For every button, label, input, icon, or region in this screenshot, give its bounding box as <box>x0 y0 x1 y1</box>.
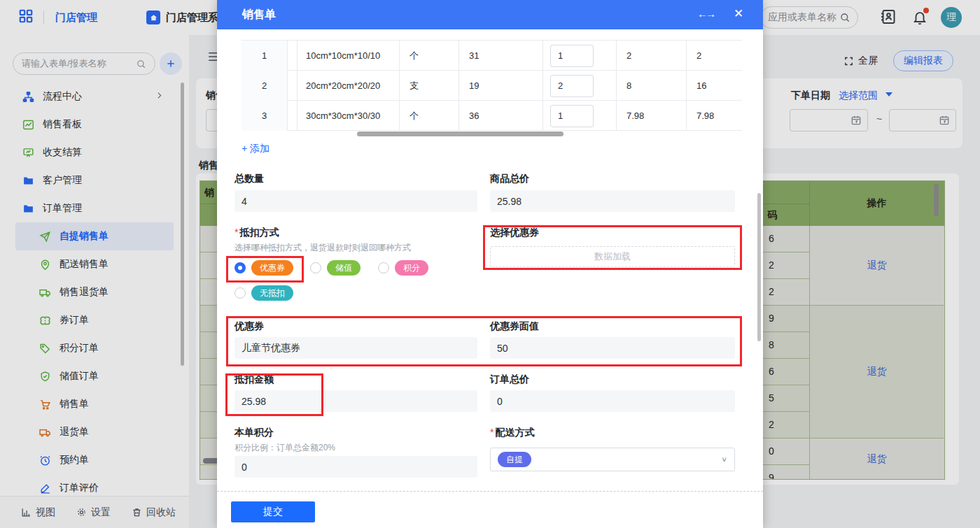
cell-unit: 个 <box>399 101 458 131</box>
cell-qty: 2 <box>542 71 616 101</box>
product-table-horizontal-scrollbar[interactable] <box>357 131 564 136</box>
cell-price: 8 <box>616 71 686 101</box>
expand-modal-icon[interactable]: ←→ <box>697 8 714 20</box>
radio-option-stored-value[interactable]: 储值 <box>310 260 360 276</box>
order-points-help: 积分比例：订单总金额20% <box>234 442 335 454</box>
cell-price: 2 <box>616 41 686 71</box>
cell-amount: 2 <box>686 41 742 71</box>
table-row: 2 20cm*20cm*20/20 支 19 2 8 16 <box>241 71 742 101</box>
choose-coupon-picker[interactable]: 数据加载 <box>490 246 735 267</box>
cell-gap <box>287 71 297 101</box>
coupon-value-label: 优惠券面值 <box>490 320 735 333</box>
deduct-amount-field: 25.98 <box>234 390 477 412</box>
quantity-input[interactable]: 2 <box>550 75 594 97</box>
add-row-link[interactable]: + 添加 <box>241 143 270 155</box>
cell-unit: 个 <box>399 41 458 71</box>
radio-icon[interactable] <box>234 287 246 299</box>
modal-header: 销售单 ←→ ✕ <box>217 0 763 29</box>
cell-stock: 19 <box>458 71 542 101</box>
cell-gap <box>287 41 297 71</box>
order-points-field: 0 <box>234 456 477 478</box>
quantity-input[interactable]: 1 <box>550 105 594 127</box>
table-row: 3 30cm*30cm*30/30 个 36 1 7.98 7.98 <box>241 101 742 131</box>
cell-gap <box>287 101 297 131</box>
cell-amount: 16 <box>686 71 742 101</box>
cell-unit: 支 <box>399 71 458 101</box>
pickup-pill: 自提 <box>498 452 531 467</box>
radio-icon[interactable] <box>378 262 389 273</box>
total-qty-field: 4 <box>234 190 477 212</box>
deduct-amount-label: 抵扣金额 <box>234 373 477 386</box>
cell-index: 2 <box>241 71 287 101</box>
modal-vertical-scrollbar[interactable] <box>757 193 761 341</box>
modal-body: 1 10cm*10cm*10/10 个 31 1 2 2 2 20cm*20cm… <box>217 29 763 528</box>
submit-button[interactable]: 提交 <box>231 501 315 522</box>
cell-index: 3 <box>241 101 287 131</box>
coupon-pill: 优惠券 <box>251 260 293 276</box>
order-total-label: 订单总价 <box>490 373 735 386</box>
close-icon[interactable]: ✕ <box>734 6 743 21</box>
radio-option-no-deduct[interactable]: 无抵扣 <box>234 285 293 301</box>
deduct-method-help: 选择哪种抵扣方式，退货退款时则退回哪种方式 <box>234 242 411 254</box>
cell-index: 1 <box>241 41 287 71</box>
cell-spec: 30cm*30cm*30/30 <box>297 101 399 131</box>
deduct-method-label: *抵扣方式 <box>234 227 279 239</box>
cell-stock: 36 <box>458 101 542 131</box>
order-points-label: 本单积分 <box>234 427 477 439</box>
cell-qty: 1 <box>542 41 616 71</box>
product-table: 1 10cm*10cm*10/10 个 31 1 2 2 2 20cm*20cm… <box>241 35 742 131</box>
coupon-value-field: 50 <box>490 337 735 359</box>
order-total-field: 0 <box>490 390 735 412</box>
radio-selected-icon[interactable] <box>234 262 246 273</box>
quantity-input[interactable]: 1 <box>550 45 594 67</box>
delivery-method-label: *配送方式 <box>490 427 735 439</box>
cell-spec: 20cm*20cm*20/20 <box>297 71 399 101</box>
table-clipped-row <box>241 35 742 41</box>
cell-amount: 7.98 <box>686 101 742 131</box>
goods-total-field: 25.98 <box>490 190 735 212</box>
chevron-down-icon: ∨ <box>721 455 727 463</box>
goods-total-label: 商品总价 <box>490 173 735 185</box>
table-row: 1 10cm*10cm*10/10 个 31 1 2 2 <box>241 41 742 71</box>
total-qty-label: 总数量 <box>234 173 477 185</box>
radio-option-points[interactable]: 积分 <box>378 260 428 276</box>
cell-stock: 31 <box>458 41 542 71</box>
delivery-method-select[interactable]: 自提 ∨ <box>490 448 735 471</box>
cell-spec: 10cm*10cm*10/10 <box>297 41 399 71</box>
stored-value-pill: 储值 <box>327 260 360 276</box>
cell-price: 7.98 <box>616 101 686 131</box>
points-pill: 积分 <box>395 260 428 276</box>
modal-title: 销售单 <box>242 8 276 22</box>
coupon-label: 优惠券 <box>234 320 477 333</box>
cell-qty: 1 <box>542 101 616 131</box>
sales-order-modal: 销售单 ←→ ✕ 1 10cm*10cm*10/10 个 31 1 2 2 2 … <box>217 0 763 528</box>
coupon-field: 儿童节优惠券 <box>234 337 477 359</box>
no-deduct-pill: 无抵扣 <box>251 285 293 301</box>
radio-option-coupon[interactable]: 优惠券 <box>234 260 293 276</box>
choose-coupon-label: 选择优惠券 <box>490 227 735 239</box>
radio-icon[interactable] <box>310 262 321 273</box>
footer-divider <box>217 491 763 492</box>
